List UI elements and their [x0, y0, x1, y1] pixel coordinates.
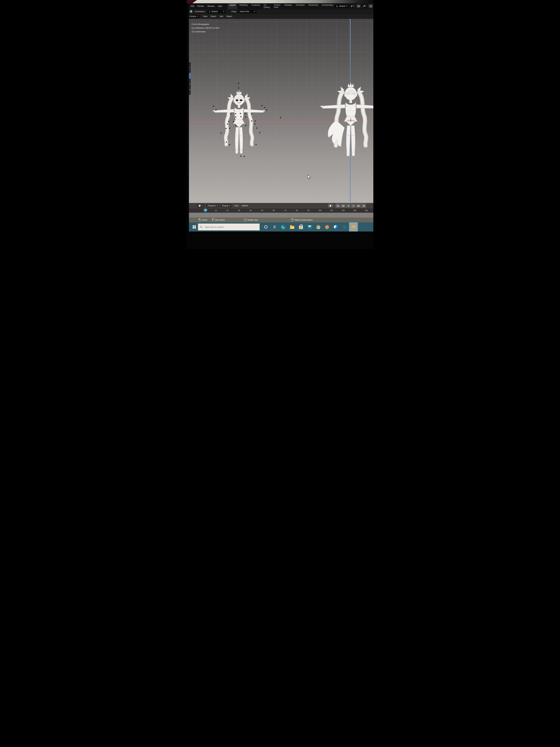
tab-sculpting[interactable]: Sculpting — [250, 3, 262, 9]
tab-compositing[interactable]: Compositing — [320, 3, 335, 9]
viewport-menu-select[interactable]: Select — [209, 15, 218, 18]
tab-texture-paint[interactable]: Texture Paint — [272, 3, 282, 9]
vertex-dot[interactable] — [261, 105, 263, 106]
vertex-dot[interactable] — [235, 116, 236, 118]
tab-animation[interactable]: Animation — [294, 3, 306, 9]
vertex-dot[interactable] — [280, 117, 281, 118]
vertex-dot[interactable] — [233, 121, 234, 122]
transform-orientation-dropdown[interactable]: Global — [335, 4, 349, 8]
vertex-dot[interactable] — [228, 121, 229, 122]
tab-rendering[interactable]: Rendering — [307, 3, 320, 9]
play-reverse-button[interactable]: ◀ — [346, 204, 351, 208]
blender-taskbar-button[interactable] — [349, 223, 358, 231]
frame-ruler[interactable]: 102030405060708090100110120130140 — [187, 208, 373, 213]
active-object-text: (1) Collection | NEW:13:0.002 — [191, 26, 219, 30]
edge-button[interactable] — [279, 223, 288, 231]
tab-uv-editing[interactable]: UV Editing — [262, 3, 272, 9]
snap-toggle-button[interactable] — [357, 4, 361, 8]
vertex-dot[interactable] — [254, 123, 256, 125]
vertex-dot[interactable] — [226, 141, 227, 143]
cortana-button[interactable] — [262, 223, 270, 231]
mail-button[interactable] — [305, 223, 314, 231]
vertex-dot[interactable] — [245, 125, 246, 126]
prev-keyframe-button[interactable]: ◀◀ — [341, 204, 345, 208]
editor-type-dropdown[interactable] — [197, 204, 204, 207]
anime-girl-model-left[interactable] — [212, 89, 266, 156]
snapping-pivot-dropdown[interactable] — [350, 4, 355, 8]
settings-gear-button[interactable] — [340, 223, 349, 231]
viewport-menu-view[interactable]: View — [202, 15, 209, 18]
vertex-dot[interactable] — [243, 156, 245, 157]
vertex-dot[interactable] — [251, 113, 252, 114]
viewport-menu-add[interactable]: Add — [218, 15, 224, 18]
proportional-editing-button[interactable] — [369, 4, 373, 8]
vertex-dot[interactable] — [259, 132, 260, 133]
menu-help[interactable]: Help — [216, 4, 223, 8]
tab-shading[interactable]: Shading — [283, 3, 294, 9]
firefox-button[interactable] — [323, 223, 331, 231]
playhead-line[interactable] — [206, 211, 206, 217]
timeline-menu-view[interactable]: View — [233, 204, 240, 207]
vertex-dot[interactable] — [256, 127, 257, 129]
vertex-dot[interactable] — [220, 132, 221, 134]
vertex-dot[interactable] — [225, 128, 226, 129]
viewport-menu-object[interactable]: Object — [225, 15, 234, 18]
timeline-menu-playback[interactable]: Playback — [206, 204, 219, 207]
vertex-dot[interactable] — [230, 113, 231, 114]
menu-render[interactable]: Render — [196, 4, 206, 8]
topbar-menus: EditRenderWindowHelp — [189, 4, 223, 8]
frame-label-110: 110 — [330, 209, 333, 211]
tool-orientation-dropdown[interactable]: Default — [207, 10, 226, 13]
vertex-dot[interactable] — [266, 109, 267, 110]
jump-to-start-button[interactable]: ◀ — [336, 204, 340, 208]
vertex-dot[interactable] — [255, 121, 256, 122]
tab-modeling[interactable]: Modeling — [238, 3, 249, 9]
chevron-down-icon — [223, 11, 224, 12]
chevron-down-icon — [197, 16, 198, 17]
3d-viewport[interactable]: Front Orthographic (1) Collection | NEW:… — [187, 19, 373, 202]
store-button[interactable] — [296, 223, 305, 231]
vertex-dot[interactable] — [215, 109, 216, 110]
taskbar-search-box[interactable] — [198, 224, 260, 230]
vertex-dot[interactable] — [264, 107, 265, 108]
file-explorer-button[interactable] — [288, 223, 296, 231]
tab-layout[interactable]: Layout — [228, 3, 237, 9]
chevron-down-icon — [365, 6, 367, 6]
next-keyframe-button[interactable]: ▶▶ — [356, 204, 361, 208]
eagle-browser-button[interactable] — [331, 223, 340, 231]
vertex-dot[interactable] — [256, 144, 257, 145]
play-button[interactable]: ▶ — [351, 204, 356, 208]
vertex-dot[interactable] — [240, 113, 241, 114]
vertex-dot[interactable] — [245, 117, 246, 118]
vertex-dot[interactable] — [227, 123, 228, 125]
status-hint-box-select: Box Select — [212, 218, 224, 222]
vertex-dot[interactable] — [235, 113, 236, 114]
drag-mode-dropdown[interactable]: Select Box — [238, 10, 257, 13]
vertex-dot[interactable] — [251, 120, 252, 122]
timeline-body[interactable] — [187, 213, 373, 217]
vertex-dot[interactable] — [240, 155, 241, 157]
record-options-dropdown[interactable] — [331, 204, 334, 208]
menu-edit[interactable]: Edit — [189, 4, 196, 8]
anime-girl-model-right[interactable] — [320, 82, 373, 159]
vertex-dot[interactable] — [238, 82, 239, 84]
timeline-menu-marker[interactable]: Marker — [241, 204, 249, 207]
snap-target-dropdown[interactable] — [362, 4, 368, 8]
vertex-dot[interactable] — [229, 128, 230, 129]
jump-to-end-button[interactable]: ▶ — [361, 204, 366, 208]
search-input[interactable] — [204, 226, 253, 228]
vertex-dot[interactable] — [235, 125, 236, 126]
vertex-dot[interactable] — [240, 116, 241, 117]
menu-window[interactable]: Window — [206, 4, 216, 8]
chevron-down-icon — [254, 11, 255, 12]
vertex-dot[interactable] — [245, 113, 246, 114]
start-button[interactable] — [191, 223, 198, 231]
timeline-ruler-area[interactable]: 102030405060708090100110120130140 1 — [187, 208, 373, 217]
task-view-button[interactable] — [270, 223, 279, 231]
chrome-button[interactable] — [314, 223, 323, 231]
vertex-dot[interactable] — [229, 144, 230, 145]
timeline-menu-keying[interactable]: Keying — [220, 204, 232, 207]
vertex-dot[interactable] — [238, 87, 239, 88]
current-frame-indicator[interactable]: 1 — [204, 209, 207, 211]
vertex-dot[interactable] — [213, 106, 214, 107]
